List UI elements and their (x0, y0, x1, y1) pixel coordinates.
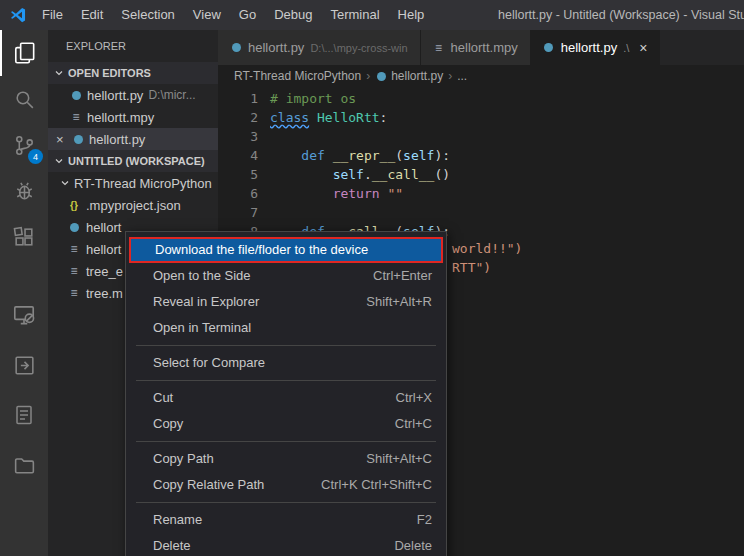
menu-item-label: Delete (153, 533, 191, 556)
python-file-icon (375, 72, 387, 81)
code-line[interactable]: 4 def __repr__(self): (218, 146, 744, 165)
breadcrumb-file[interactable]: hellortt.py (391, 69, 443, 83)
context-menu-item[interactable]: Copy PathShift+Alt+C (126, 446, 446, 472)
menu-item-label: Rename (153, 507, 202, 533)
activity-extensions[interactable] (0, 214, 48, 260)
code-text: # import os (270, 89, 356, 108)
workspace-header[interactable]: UNTITLED (WORKSPACE) (48, 150, 218, 172)
code-editor[interactable]: 1# import os2class HelloRtt:34 def __rep… (218, 87, 744, 241)
menu-item-shortcut: Shift+Alt+R (366, 289, 432, 315)
python-file-icon (68, 223, 80, 232)
monitor-slash-icon (11, 302, 37, 328)
context-menu-item[interactable]: RenameF2 (126, 507, 446, 533)
tab-hellortt-py-local[interactable]: hellortt.py D:\...\mpy-cross-win (218, 30, 421, 65)
context-menu-item[interactable]: DeleteDelete (126, 533, 446, 556)
json-file-icon: {} (68, 200, 80, 211)
menubar-item-view[interactable]: View (184, 0, 230, 30)
menu-item-shortcut: Ctrl+X (396, 385, 432, 411)
activity-device-monitor[interactable] (0, 290, 48, 340)
activity-notes[interactable] (0, 390, 48, 440)
activity-folder[interactable] (0, 440, 48, 490)
mpy-file-icon: ≡ (68, 242, 80, 256)
tree-folder-rt-thread[interactable]: RT-Thread MicroPython (48, 172, 218, 194)
code-line[interactable]: 5 self.__call__() (218, 165, 744, 184)
breadcrumb-symbol[interactable]: ... (457, 69, 467, 83)
context-menu-item[interactable]: Open in Terminal (126, 315, 446, 341)
context-menu-item[interactable]: Select for Compare (126, 350, 446, 376)
search-icon (12, 87, 37, 112)
code-line[interactable]: 3 (218, 127, 744, 146)
line-number: 1 (218, 89, 258, 108)
menu-item-shortcut: Ctrl+Enter (373, 263, 432, 289)
activity-debug[interactable] (0, 168, 48, 214)
open-editor-item-active[interactable]: × hellortt.py (48, 128, 218, 150)
context-menu-item[interactable]: Open to the SideCtrl+Enter (126, 263, 446, 289)
breadcrumb-folder[interactable]: RT-Thread MicroPython (234, 69, 361, 83)
menubar-item-selection[interactable]: Selection (112, 0, 183, 30)
line-number: 4 (218, 146, 258, 165)
menubar-item-help[interactable]: Help (389, 0, 434, 30)
menubar-item-go[interactable]: Go (230, 0, 265, 30)
line-number: 3 (218, 127, 258, 146)
activity-explorer[interactable] (0, 30, 48, 76)
menu-item-label: Select for Compare (153, 350, 265, 376)
breadcrumb-separator: › (448, 69, 452, 83)
activity-source-control[interactable]: 4 (0, 122, 48, 168)
menu-item-label: Open in Terminal (153, 315, 251, 341)
code-line[interactable]: 7 (218, 203, 744, 222)
folder-icon (12, 453, 37, 478)
open-editor-item[interactable]: ≡ hellortt.mpy (48, 106, 218, 128)
code-lines: 1# import os2class HelloRtt:34 def __rep… (218, 89, 744, 241)
context-menu-item[interactable]: Reveal in ExplorerShift+Alt+R (126, 289, 446, 315)
box-arrow-icon (12, 353, 37, 378)
sidebar-title: EXPLORER (48, 30, 218, 62)
close-editor-icon[interactable]: × (56, 132, 70, 147)
menu-item-shortcut: Ctrl+C (395, 411, 432, 437)
menu-separator (136, 502, 436, 503)
python-file-icon (72, 135, 84, 144)
code-text: return "" (270, 184, 403, 203)
code-text: def __repr__(self): (270, 146, 450, 165)
menubar-item-file[interactable]: File (33, 0, 72, 30)
menu-item-label: Copy Relative Path (153, 472, 264, 498)
python-file-icon (70, 91, 82, 100)
menu-item-shortcut: Ctrl+K Ctrl+Shift+C (321, 472, 432, 498)
code-text: class HelloRtt: (270, 108, 387, 127)
menubar-item-edit[interactable]: Edit (72, 0, 112, 30)
code-fragment: world!!") (452, 241, 522, 256)
open-editor-item[interactable]: hellortt.py D:\micr... (48, 84, 218, 106)
debug-bug-icon (12, 179, 37, 204)
tab-bar: hellortt.py D:\...\mpy-cross-win ≡ hello… (218, 30, 744, 65)
menu-item-label: Copy (153, 411, 183, 437)
tree-item-mpyproject[interactable]: {} .mpyproject.json (48, 194, 218, 216)
menubar-item-debug[interactable]: Debug (265, 0, 321, 30)
breadcrumb: RT-Thread MicroPython › hellortt.py › ..… (218, 65, 744, 87)
tab-hellortt-mpy[interactable]: ≡ hellortt.mpy (421, 30, 531, 65)
code-line[interactable]: 1# import os (218, 89, 744, 108)
activity-run-file[interactable] (0, 340, 48, 390)
code-line[interactable]: 6 return "" (218, 184, 744, 203)
menu-item-label: Copy Path (153, 446, 214, 472)
chevron-down-icon (52, 154, 66, 168)
menu-bar: FileEditSelectionViewGoDebugTerminalHelp (33, 0, 433, 30)
chevron-down-icon (52, 66, 66, 80)
menubar-item-terminal[interactable]: Terminal (321, 0, 388, 30)
chevron-down-icon (58, 176, 72, 190)
activity-search[interactable] (0, 76, 48, 122)
line-number: 7 (218, 203, 258, 222)
tab-hellortt-py-active[interactable]: hellortt.py .\ × (531, 30, 661, 65)
activity-bar: 4 (0, 30, 48, 556)
close-tab-icon[interactable]: × (639, 40, 647, 56)
context-menu-item[interactable]: CutCtrl+X (126, 385, 446, 411)
open-editors-header[interactable]: OPEN EDITORS (48, 62, 218, 84)
context-menu-item[interactable]: Download the file/floder to the device (129, 237, 443, 263)
mpy-file-icon: ≡ (68, 264, 80, 278)
context-menu-item[interactable]: Copy Relative PathCtrl+K Ctrl+Shift+C (126, 472, 446, 498)
mpy-file-icon: ≡ (70, 110, 82, 124)
line-number: 5 (218, 165, 258, 184)
context-menu-item[interactable]: CopyCtrl+C (126, 411, 446, 437)
python-file-icon (230, 43, 242, 52)
code-line[interactable]: 2class HelloRtt: (218, 108, 744, 127)
line-number: 2 (218, 108, 258, 127)
vscode-window: FileEditSelectionViewGoDebugTerminalHelp… (0, 0, 744, 556)
